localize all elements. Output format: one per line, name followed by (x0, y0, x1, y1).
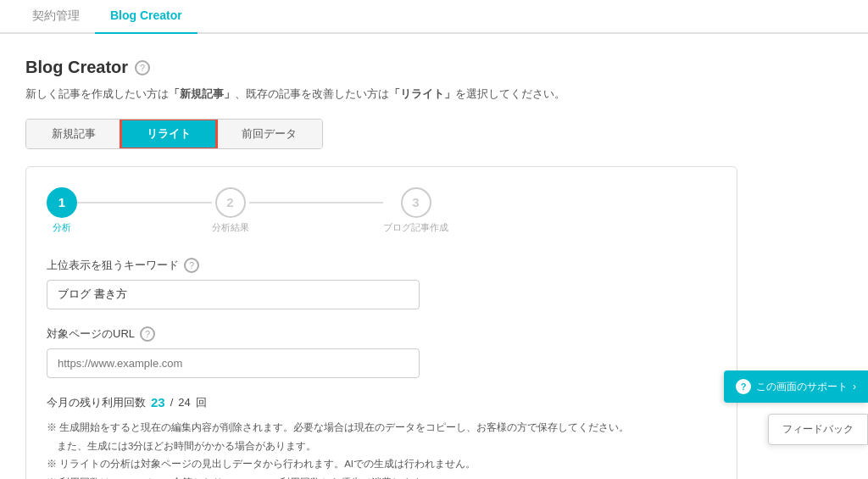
description: 新しく記事を作成したい方は「新規記事」、既存の記事を改善したい方は「リライト」を… (25, 86, 737, 103)
tab-blog-creator[interactable]: Blog Creator (95, 0, 198, 34)
connector-2-3 (249, 202, 384, 203)
steps-container: 1 分析 2 分析結果 3 ブログ記事作成 (47, 187, 448, 234)
main-card: 1 分析 2 分析結果 3 ブログ記事作成 上位表示を狙うキーワード ? (25, 166, 737, 479)
keyword-help-icon[interactable]: ? (184, 258, 199, 273)
note-4: ※ 利用回数はGPT-3.5と4の合算となり、GPT-3.5の利用回数から優先で… (47, 474, 716, 479)
step-1-label: 分析 (53, 221, 71, 234)
desc-mid: 、既存の記事を改善したい方は (235, 87, 389, 100)
main-content: Blog Creator ? 新しく記事を作成したい方は「新規記事」、既存の記事… (0, 34, 763, 479)
step-2-label: 分析結果 (212, 221, 249, 234)
feedback-label: フィードバック (782, 423, 854, 435)
step-2-circle: 2 (215, 187, 246, 218)
keyword-input[interactable] (47, 280, 420, 309)
desc-rewrite: 「リライト」 (389, 87, 455, 100)
page-title-row: Blog Creator ? (25, 58, 737, 77)
usage-label: 今月の残り利用回数 (47, 395, 146, 410)
note-1: ※ 生成開始をすると現在の編集内容が削除されます。必要な場合は現在のデータをコピ… (47, 419, 716, 437)
tab-bar: 契約管理 Blog Creator (0, 0, 868, 34)
page-title: Blog Creator (25, 58, 128, 77)
usage-unit: 回 (196, 395, 207, 410)
url-input[interactable] (47, 348, 420, 378)
support-arrow: › (853, 381, 856, 393)
keyword-group: 上位表示を狙うキーワード ? (47, 258, 716, 309)
connector-1-2 (77, 202, 212, 203)
url-label-row: 対象ページのURL ? (47, 326, 716, 342)
support-label: この画面のサポート (756, 380, 848, 394)
step-3-label: ブログ記事作成 (383, 221, 448, 234)
step-3: 3 ブログ記事作成 (383, 187, 448, 234)
url-group: 対象ページのURL ? (47, 326, 716, 378)
note-2: また、生成には3分ほどお時間がかかる場合があります。 (47, 437, 716, 456)
keyword-label: 上位表示を狙うキーワード (47, 258, 179, 273)
floating-support-button[interactable]: ? この画面のサポート › (724, 370, 868, 403)
url-help-icon[interactable]: ? (140, 326, 155, 342)
note-3: ※ リライトの分析は対象ページの見出しデータから行われます。AIでの生成は行われ… (47, 455, 716, 474)
usage-current: 23 (151, 395, 165, 409)
usage-row: 今月の残り利用回数 23 / 24 回 (47, 395, 716, 410)
desc-post: を選択してください。 (455, 87, 565, 100)
sub-tab-prev-data[interactable]: 前回データ (216, 120, 322, 148)
step-1-circle: 1 (47, 187, 77, 218)
support-icon: ? (736, 379, 751, 394)
step-3-circle: 3 (401, 187, 431, 218)
usage-separator: / (170, 396, 174, 409)
desc-pre: 新しく記事を作成したい方は (25, 87, 169, 100)
sub-tab-rewrite[interactable]: リライト (121, 120, 216, 148)
step-1: 1 分析 (47, 187, 77, 234)
desc-new: 「新規記事」 (169, 87, 235, 100)
sub-tabs: 新規記事 リライト 前回データ (25, 119, 323, 149)
step-2: 2 分析結果 (212, 187, 249, 234)
usage-total: 24 (178, 396, 190, 409)
tab-contract[interactable]: 契約管理 (17, 0, 95, 34)
keyword-label-row: 上位表示を狙うキーワード ? (47, 258, 716, 273)
sub-tab-new-article[interactable]: 新規記事 (26, 120, 121, 148)
notes: ※ 生成開始をすると現在の編集内容が削除されます。必要な場合は現在のデータをコピ… (47, 419, 716, 479)
page-help-icon[interactable]: ? (135, 60, 150, 75)
floating-feedback-button[interactable]: フィードバック (768, 414, 868, 445)
url-label: 対象ページのURL (47, 326, 135, 342)
